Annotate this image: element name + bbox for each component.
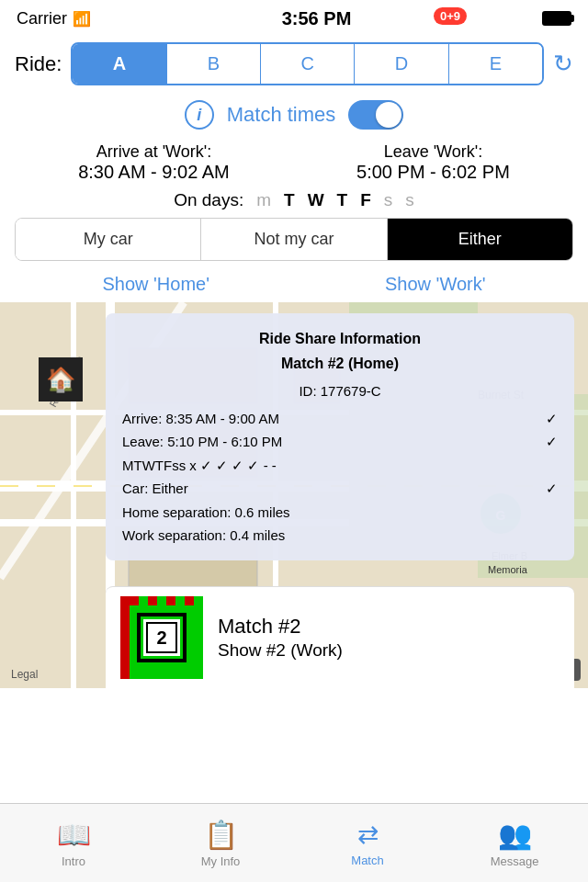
popup-work-sep: Work separation: 0.4 miles xyxy=(122,524,558,548)
either-button[interactable]: Either xyxy=(388,219,572,260)
leave-time: 5:00 PM - 6:02 PM xyxy=(356,162,510,183)
leave-label: Leave 'Work': xyxy=(356,142,510,162)
ride-tabs: A B C D E xyxy=(71,42,544,85)
map-container: G Railroad Ave Burnet St Elmer B Memoria… xyxy=(0,302,588,688)
map-home-icon: 🏠 xyxy=(39,357,83,401)
tab-match[interactable]: ⇄ Match xyxy=(294,804,441,882)
car-type-row: My car Not my car Either xyxy=(15,218,573,261)
ride-tab-b[interactable]: B xyxy=(167,44,261,84)
schedule-section: Arrive at 'Work': 8:30 AM - 9:02 AM Leav… xyxy=(0,135,588,187)
svg-rect-27 xyxy=(148,596,157,605)
ride-tab-d[interactable]: D xyxy=(355,44,448,84)
day-t1: T xyxy=(284,190,295,210)
popup-car: Car: Either xyxy=(122,477,188,501)
status-bar: Carrier 📶 3:56 PM xyxy=(0,0,588,33)
match-times-toggle[interactable] xyxy=(348,100,403,130)
myinfo-icon: 📋 xyxy=(204,819,238,851)
tab-message[interactable]: 👥 Message xyxy=(441,804,588,882)
match-number-label: Match #2 xyxy=(218,615,343,639)
notification-badge: 0+9 xyxy=(434,7,467,25)
ride-selector-row: Ride: A B C D E ↻ xyxy=(0,33,588,95)
match-card: 2 Match #2 Show #2 (Work) xyxy=(106,586,574,688)
carrier-label: Carrier 📶 xyxy=(17,9,91,28)
popup-car-row: Car: Either ✓ xyxy=(122,477,558,501)
tab-bar: 📖 Intro 📋 My Info ⇄ Match 👥 Message xyxy=(0,803,588,882)
svg-rect-38 xyxy=(120,661,130,679)
popup-title: Ride Share Information xyxy=(122,326,558,351)
popup-arrive-row: Arrive: 8:35 AM - 9:00 AM ✓ xyxy=(122,407,558,431)
wifi-icon: 📶 xyxy=(73,10,91,28)
toggle-knob xyxy=(376,102,401,128)
ride-tab-e[interactable]: E xyxy=(449,44,542,84)
match-card-info: Match #2 Show #2 (Work) xyxy=(218,615,343,661)
match-number-box: 2 xyxy=(146,622,177,653)
svg-rect-26 xyxy=(139,596,148,605)
show-work-link[interactable]: Show 'Work' xyxy=(385,274,486,295)
popup-leave-row: Leave: 5:10 PM - 6:10 PM ✓ xyxy=(122,430,558,454)
show-links-row: Show 'Home' Show 'Work' xyxy=(0,270,588,302)
intro-icon: 📖 xyxy=(57,819,91,851)
leave-col: Leave 'Work': 5:00 PM - 6:02 PM xyxy=(356,142,510,183)
arrive-label: Arrive at 'Work': xyxy=(78,142,230,162)
legal-label: Legal xyxy=(11,668,38,681)
battery-icon xyxy=(542,11,571,26)
myinfo-label: My Info xyxy=(201,854,241,868)
not-my-car-button[interactable]: Not my car xyxy=(201,219,387,260)
svg-rect-28 xyxy=(157,596,166,605)
info-popup: Ride Share Information Match #2 (Home) I… xyxy=(106,313,574,560)
day-s1: s xyxy=(384,190,393,210)
svg-rect-31 xyxy=(185,596,194,605)
match-icon: ⇄ xyxy=(357,820,379,850)
tab-myinfo[interactable]: 📋 My Info xyxy=(147,804,294,882)
days-row: On days: m T W T F s s xyxy=(0,187,588,218)
time-label: 3:56 PM xyxy=(282,8,352,29)
message-icon: 👥 xyxy=(498,819,532,851)
svg-rect-37 xyxy=(194,596,203,679)
refresh-button[interactable]: ↻ xyxy=(553,50,573,78)
day-f: F xyxy=(360,190,371,210)
svg-rect-30 xyxy=(175,596,185,605)
svg-rect-39 xyxy=(130,661,194,679)
popup-subtitle: Match #2 (Home) xyxy=(122,351,558,376)
show-home-link[interactable]: Show 'Home' xyxy=(102,274,209,295)
popup-id: ID: 177679-C xyxy=(122,379,558,403)
days-label: On days: xyxy=(174,190,243,210)
match-label: Match xyxy=(351,854,383,867)
popup-arrive-check: ✓ xyxy=(546,407,558,431)
svg-rect-29 xyxy=(166,596,175,605)
arrive-time: 8:30 AM - 9:02 AM xyxy=(78,162,230,183)
tab-intro[interactable]: 📖 Intro xyxy=(0,804,147,882)
popup-car-check: ✓ xyxy=(546,477,558,501)
intro-label: Intro xyxy=(62,854,85,868)
ride-label: Ride: xyxy=(15,52,62,76)
match-times-row: i Match times xyxy=(0,95,588,135)
message-label: Message xyxy=(491,854,539,868)
arrive-col: Arrive at 'Work': 8:30 AM - 9:02 AM xyxy=(78,142,230,183)
popup-home-sep: Home separation: 0.6 miles xyxy=(122,501,558,525)
match-icon-container: 2 xyxy=(120,596,203,679)
svg-text:Memoria: Memoria xyxy=(488,564,528,575)
info-button[interactable]: i xyxy=(185,100,214,130)
ride-tab-c[interactable]: C xyxy=(261,44,355,84)
popup-days: MTWTFss x ✓ ✓ ✓ ✓ - - xyxy=(122,454,558,478)
my-car-button[interactable]: My car xyxy=(16,219,201,260)
show-work-button[interactable]: Show #2 (Work) xyxy=(218,640,343,661)
popup-leave: Leave: 5:10 PM - 6:10 PM xyxy=(122,430,282,454)
match-times-label: Match times xyxy=(227,103,336,127)
day-t2: T xyxy=(337,190,348,210)
svg-rect-25 xyxy=(130,596,139,605)
day-s2: s xyxy=(405,190,414,210)
popup-arrive: Arrive: 8:35 AM - 9:00 AM xyxy=(122,407,279,431)
day-w: W xyxy=(308,190,324,210)
popup-leave-check: ✓ xyxy=(546,430,558,454)
ride-tab-a[interactable]: A xyxy=(73,44,166,84)
day-m: m xyxy=(256,190,271,210)
